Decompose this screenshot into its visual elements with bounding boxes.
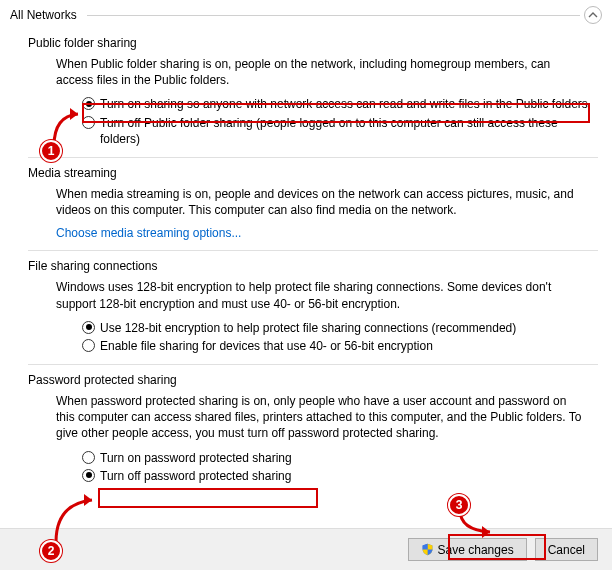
section-file-sharing: File sharing connections Windows uses 12… xyxy=(14,259,598,354)
chevron-up-icon xyxy=(588,10,598,20)
annotation-box-2 xyxy=(98,488,318,508)
radio-icon xyxy=(82,97,95,110)
divider xyxy=(28,250,598,251)
radio-group-filesharing: Use 128-bit encryption to help protect f… xyxy=(82,320,598,354)
link-media-options[interactable]: Choose media streaming options... xyxy=(56,226,598,240)
radio-group-public: Turn on sharing so anyone with network a… xyxy=(82,96,598,147)
section-title-password: Password protected sharing xyxy=(28,373,598,387)
radio-public-on[interactable]: Turn on sharing so anyone with network a… xyxy=(82,96,598,112)
section-desc-filesharing: Windows uses 128-bit encryption to help … xyxy=(56,279,584,311)
radio-label: Turn on sharing so anyone with network a… xyxy=(100,96,588,112)
radio-icon xyxy=(82,116,95,129)
section-title-filesharing: File sharing connections xyxy=(28,259,598,273)
profile-header: All Networks xyxy=(0,0,612,28)
svg-marker-1 xyxy=(84,494,92,506)
radio-icon xyxy=(82,451,95,464)
section-public-folder: Public folder sharing When Public folder… xyxy=(14,36,598,147)
cancel-label: Cancel xyxy=(548,543,585,557)
radio-label: Turn off Public folder sharing (people l… xyxy=(100,115,598,147)
section-title-public: Public folder sharing xyxy=(28,36,598,50)
section-media: Media streaming When media streaming is … xyxy=(14,166,598,240)
radio-password-on[interactable]: Turn on password protected sharing xyxy=(82,450,598,466)
radio-public-off[interactable]: Turn off Public folder sharing (people l… xyxy=(82,115,598,147)
radio-label: Turn on password protected sharing xyxy=(100,450,292,466)
radio-label: Use 128-bit encryption to help protect f… xyxy=(100,320,516,336)
content-area: Public folder sharing When Public folder… xyxy=(0,36,612,484)
cancel-button[interactable]: Cancel xyxy=(535,538,598,561)
save-label: Save changes xyxy=(438,543,514,557)
divider xyxy=(28,364,598,365)
header-divider xyxy=(87,15,580,16)
radio-encrypt-40[interactable]: Enable file sharing for devices that use… xyxy=(82,338,598,354)
section-desc-password: When password protected sharing is on, o… xyxy=(56,393,584,442)
collapse-button[interactable] xyxy=(584,6,602,24)
footer-bar: Save changes Cancel xyxy=(0,528,612,570)
annotation-badge-3: 3 xyxy=(448,494,470,516)
radio-icon xyxy=(82,339,95,352)
radio-icon xyxy=(82,469,95,482)
section-desc-public: When Public folder sharing is on, people… xyxy=(56,56,584,88)
section-password: Password protected sharing When password… xyxy=(14,373,598,484)
profile-title: All Networks xyxy=(10,8,83,22)
radio-label: Enable file sharing for devices that use… xyxy=(100,338,433,354)
save-changes-button[interactable]: Save changes xyxy=(408,538,527,561)
radio-label: Turn off password protected sharing xyxy=(100,468,291,484)
radio-password-off[interactable]: Turn off password protected sharing xyxy=(82,468,598,484)
divider xyxy=(28,157,598,158)
shield-icon xyxy=(421,543,434,556)
section-title-media: Media streaming xyxy=(28,166,598,180)
radio-encrypt-128[interactable]: Use 128-bit encryption to help protect f… xyxy=(82,320,598,336)
radio-group-password: Turn on password protected sharing Turn … xyxy=(82,450,598,484)
radio-icon xyxy=(82,321,95,334)
section-desc-media: When media streaming is on, people and d… xyxy=(56,186,584,218)
